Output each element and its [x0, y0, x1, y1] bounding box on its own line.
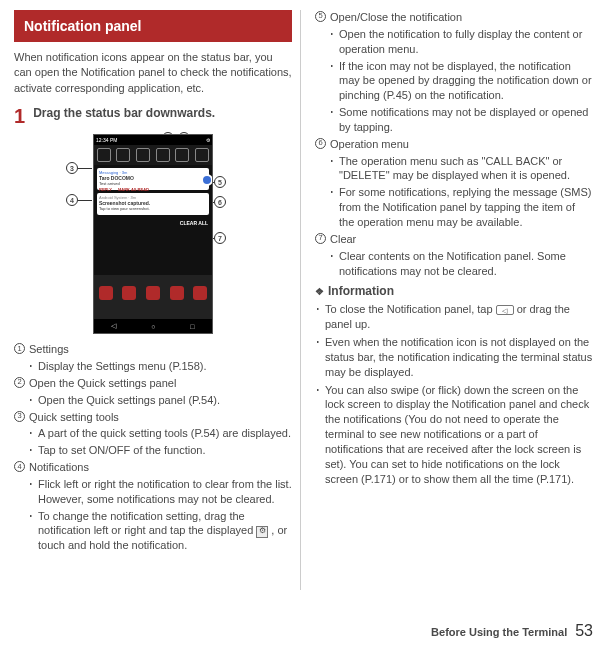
- circled-num-4: 4: [14, 461, 25, 472]
- phone-screenshot: 12:34 PM ⚙ Messaging · 3m Taro DOCOMO Te…: [93, 134, 213, 334]
- expand-icon: [201, 174, 213, 186]
- ss-clear-all: CLEAR ALL: [94, 218, 212, 228]
- callout-6: 6: [214, 196, 226, 208]
- sub-with-gear: To change the notification setting, drag…: [38, 509, 292, 554]
- callout-label-7: Clear: [330, 232, 356, 247]
- info-bullet: ･Even when the notification icon is not …: [315, 335, 593, 380]
- sub-bullet: ･Clear contents on the Notification pane…: [329, 249, 593, 279]
- sub-bullet: ･Tap to set ON/OFF of the function.: [28, 443, 292, 458]
- ss-notification-2: Android System · 3m Screenshot captured.…: [97, 193, 209, 215]
- ss-home-area: ◁○□: [94, 275, 212, 333]
- sub-bullet: ･The operation menu such as "CALL BACK" …: [329, 154, 593, 184]
- callout-desc-2: 2 Open the Quick settings panel: [14, 376, 292, 391]
- sub-bullet: ･Open the notification to fully display …: [329, 27, 593, 57]
- step-1: 1 Drag the status bar downwards.: [14, 106, 292, 126]
- info-with-back: To close the Notification panel, tap ◁ o…: [325, 302, 593, 332]
- ss-statusbar: 12:34 PM ⚙: [94, 135, 212, 145]
- callout-7: 7: [214, 232, 226, 244]
- sub-bullet: ･If the icon may not be displayed, the n…: [329, 59, 593, 104]
- step-number: 1: [14, 106, 25, 126]
- ss-navbar: ◁○□: [94, 319, 212, 333]
- mark-read-action: MARK AS READ: [118, 187, 149, 192]
- circled-num-6: 6: [315, 138, 326, 149]
- callout-desc-4: 4 Notifications: [14, 460, 292, 475]
- footer-title: Before Using the Terminal: [431, 626, 567, 638]
- reply-action: REPLY: [99, 187, 112, 192]
- sub-bullet: ･Display the Settings menu (P.158).: [28, 359, 292, 374]
- screenshot-figure: 1 2 3 4 5 6 7 12:34 PM ⚙: [14, 134, 292, 334]
- callout-desc-5: 5 Open/Close the notification: [315, 10, 593, 25]
- sub-bullet: ･Some notifications may not be displayed…: [329, 105, 593, 135]
- intro-text: When notification icons appear on the st…: [14, 50, 292, 96]
- sub-bullet: ･Open the Quick settings panel (P.54).: [28, 393, 292, 408]
- gear-icon: ⚙: [256, 526, 268, 538]
- back-icon: ◁: [496, 305, 514, 315]
- info-bullet: ･To close the Notification panel, tap ◁ …: [315, 302, 593, 332]
- callout-label-2: Open the Quick settings panel: [29, 376, 176, 391]
- sub-bullet: ･For some notifications, replying the me…: [329, 185, 593, 230]
- information-heading: ❖ Information: [315, 284, 593, 298]
- step-title: Drag the status bar downwards.: [33, 106, 215, 122]
- callout-desc-7: 7 Clear: [315, 232, 593, 247]
- callout-4: 4: [66, 194, 78, 206]
- callout-5: 5: [214, 176, 226, 188]
- sub-bullet: ･A part of the quick setting tools (P.54…: [28, 426, 292, 441]
- callout-3: 3: [66, 162, 78, 174]
- callout-desc-3: 3 Quick setting tools: [14, 410, 292, 425]
- ss-notification-1: Messaging · 3m Taro DOCOMO Test arrived …: [97, 168, 209, 190]
- circled-num-1: 1: [14, 343, 25, 354]
- info-bullet: ･You can also swipe (or flick) down the …: [315, 383, 593, 487]
- diamond-icon: ❖: [315, 286, 324, 297]
- callout-label-6: Operation menu: [330, 137, 409, 152]
- page-footer: Before Using the Terminal 53: [431, 622, 593, 640]
- ss-notif2-sub: Tap to view your screenshot.: [99, 206, 207, 211]
- callout-label-3: Quick setting tools: [29, 410, 119, 425]
- callout-label-1: Settings: [29, 342, 69, 357]
- ss-quick-settings: [94, 145, 212, 165]
- circled-num-5: 5: [315, 11, 326, 22]
- gear-icon: ⚙: [206, 137, 210, 143]
- ss-time: 12:34 PM: [96, 137, 117, 143]
- circled-num-3: 3: [14, 411, 25, 422]
- sub-bullet: ･To change the notification setting, dra…: [28, 509, 292, 554]
- callout-desc-1: 1 Settings: [14, 342, 292, 357]
- sub-bullet: ･Flick left or right the notification to…: [28, 477, 292, 507]
- circled-num-7: 7: [315, 233, 326, 244]
- callout-desc-6: 6 Operation menu: [315, 137, 593, 152]
- page-number: 53: [575, 622, 593, 640]
- callout-label-4: Notifications: [29, 460, 89, 475]
- circled-num-2: 2: [14, 377, 25, 388]
- section-header: Notification panel: [14, 10, 292, 42]
- callout-label-5: Open/Close the notification: [330, 10, 462, 25]
- ss-actions: REPLY MARK AS READ: [99, 186, 207, 193]
